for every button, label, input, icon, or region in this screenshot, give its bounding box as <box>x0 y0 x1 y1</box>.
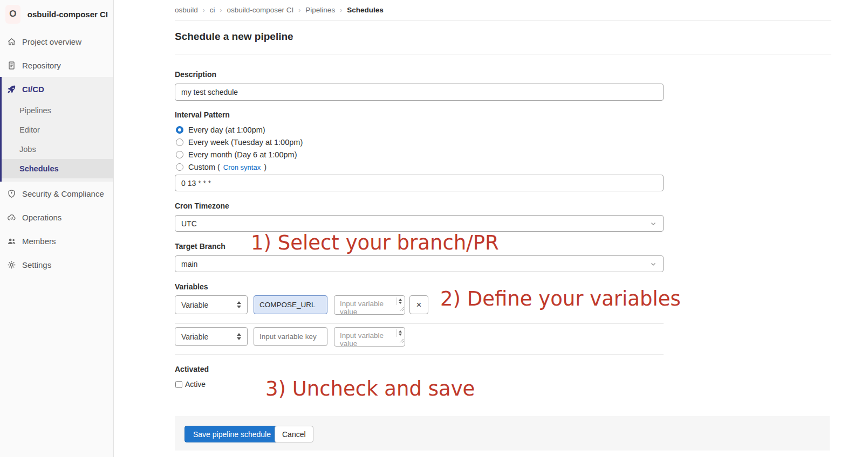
interval-pattern-label: Interval Pattern <box>175 110 230 119</box>
select-updown-icon <box>237 301 241 308</box>
breadcrumb-current: Schedules <box>347 6 384 14</box>
sidebar-item-editor[interactable]: Editor <box>2 120 113 140</box>
project-avatar[interactable]: O <box>5 5 20 24</box>
variable-type-select[interactable]: Variable <box>175 295 248 314</box>
sidebar-item-label: Repository <box>22 61 61 70</box>
breadcrumb-separator: › <box>298 6 300 14</box>
variable-type-value: Variable <box>181 333 208 341</box>
variable-value-textarea[interactable] <box>334 295 405 315</box>
cancel-button[interactable]: Cancel <box>275 426 313 442</box>
members-icon <box>7 237 16 246</box>
document-icon <box>7 61 16 70</box>
sidebar-item-label: CI/CD <box>22 85 44 94</box>
breadcrumb-separator: › <box>203 6 205 14</box>
sidebar-item-label: Operations <box>22 213 61 222</box>
cron-timezone-value: UTC <box>181 219 197 228</box>
divider <box>175 323 664 324</box>
sidebar-item-jobs[interactable]: Jobs <box>2 140 113 159</box>
breadcrumb-item[interactable]: osbuild-composer CI <box>227 6 294 14</box>
sidebar-item-pipelines[interactable]: Pipelines <box>2 101 113 120</box>
variables-label: Variables <box>175 282 208 291</box>
sidebar-section-cicd: CI/CD Pipelines Editor Jobs Schedules <box>0 77 113 182</box>
breadcrumb-item[interactable]: ci <box>210 6 215 14</box>
active-checkbox-row: Active <box>175 380 206 389</box>
sidebar-item-project-overview[interactable]: Project overview <box>0 30 113 53</box>
chevron-down-icon <box>650 260 657 268</box>
gear-icon <box>7 260 16 269</box>
target-branch-label: Target Branch <box>175 242 225 251</box>
cron-syntax-link[interactable]: Cron syntax <box>223 163 261 171</box>
sidebar-item-label: Project overview <box>22 37 81 46</box>
radio-label: Every day (at 1:00pm) <box>188 126 265 134</box>
sidebar-item-schedules[interactable]: Schedules <box>2 159 113 178</box>
variable-type-select[interactable]: Variable <box>175 327 248 346</box>
interval-option-daily[interactable]: Every day (at 1:00pm) <box>176 124 265 135</box>
sidebar-item-operations[interactable]: Operations <box>0 205 113 229</box>
divider <box>175 354 664 355</box>
description-input[interactable] <box>175 84 664 101</box>
radio-icon[interactable] <box>176 163 183 171</box>
sidebar-item-cicd[interactable]: CI/CD <box>2 77 113 101</box>
radio-label: ) <box>264 163 266 171</box>
interval-option-custom[interactable]: Custom ( Cron syntax ) <box>176 162 266 172</box>
target-branch-value: main <box>181 260 197 268</box>
radio-label: Every month (Day 6 at 1:00pm) <box>188 150 297 159</box>
radio-label: Every week (Tuesday at 1:00pm) <box>188 138 303 147</box>
annotation-step1: 1) Select your branch/PR <box>251 231 499 254</box>
sidebar-nav: Project overview Repository CI/CD Pipeli… <box>0 30 113 276</box>
shield-icon <box>7 189 16 198</box>
sidebar-item-settings[interactable]: Settings <box>0 253 113 276</box>
sidebar-item-label: Members <box>22 237 56 246</box>
cron-timezone-select[interactable]: UTC <box>175 215 664 232</box>
remove-variable-button[interactable]: × <box>409 295 428 314</box>
cloud-icon <box>7 213 16 222</box>
app-root: O osbuild-composer CI Project overview R… <box>0 0 868 457</box>
radio-icon[interactable] <box>176 139 183 146</box>
interval-option-weekly[interactable]: Every week (Tuesday at 1:00pm) <box>176 137 303 148</box>
variable-key-input[interactable] <box>254 295 327 314</box>
radio-label: Custom ( <box>188 163 220 171</box>
cron-timezone-label: Cron Timezone <box>175 202 229 210</box>
home-icon <box>7 37 16 46</box>
project-title[interactable]: osbuild-composer CI <box>28 10 108 19</box>
description-label: Description <box>175 70 216 79</box>
variable-value-textarea[interactable] <box>334 327 405 347</box>
breadcrumb-item[interactable]: Pipelines <box>305 6 335 14</box>
rocket-icon <box>7 85 16 94</box>
resize-handle-icon[interactable] <box>399 336 404 345</box>
cron-pattern-input[interactable] <box>175 175 664 191</box>
radio-selected-icon[interactable] <box>176 126 183 134</box>
breadcrumb-separator: › <box>220 6 222 14</box>
divider <box>175 54 831 54</box>
radio-icon[interactable] <box>176 151 183 158</box>
activated-label: Activated <box>175 365 209 373</box>
target-branch-select[interactable]: main <box>175 255 664 272</box>
annotation-step2: 2) Define your variables <box>440 287 681 310</box>
sidebar-item-label: Security & Compliance <box>22 189 104 198</box>
page-title: Schedule a new pipeline <box>175 31 293 43</box>
sidebar-item-security-compliance[interactable]: Security & Compliance <box>0 182 113 205</box>
interval-option-monthly[interactable]: Every month (Day 6 at 1:00pm) <box>176 149 297 160</box>
active-checkbox[interactable] <box>175 381 182 388</box>
variable-type-value: Variable <box>181 301 208 309</box>
chevron-down-icon <box>650 220 657 227</box>
resize-handle-icon[interactable] <box>399 304 404 314</box>
breadcrumb-item[interactable]: osbuild <box>175 6 198 14</box>
breadcrumb: osbuild › ci › osbuild-composer CI › Pip… <box>175 6 384 14</box>
sidebar-item-repository[interactable]: Repository <box>0 53 113 77</box>
divider <box>175 20 831 21</box>
sidebar-item-label: Settings <box>22 260 51 269</box>
save-pipeline-schedule-button[interactable]: Save pipeline schedule <box>184 426 279 442</box>
annotation-step3: 3) Uncheck and save <box>265 377 475 400</box>
avatar-letter: O <box>9 9 16 19</box>
select-updown-icon <box>237 333 241 340</box>
variable-key-input[interactable] <box>254 327 327 346</box>
active-checkbox-label: Active <box>185 380 206 389</box>
sidebar: O osbuild-composer CI Project overview R… <box>0 0 114 457</box>
project-header: O osbuild-composer CI <box>0 0 113 28</box>
breadcrumb-separator: › <box>340 6 342 14</box>
variable-value-wrap <box>334 295 405 315</box>
variable-value-wrap <box>334 327 405 347</box>
sidebar-item-members[interactable]: Members <box>0 229 113 253</box>
